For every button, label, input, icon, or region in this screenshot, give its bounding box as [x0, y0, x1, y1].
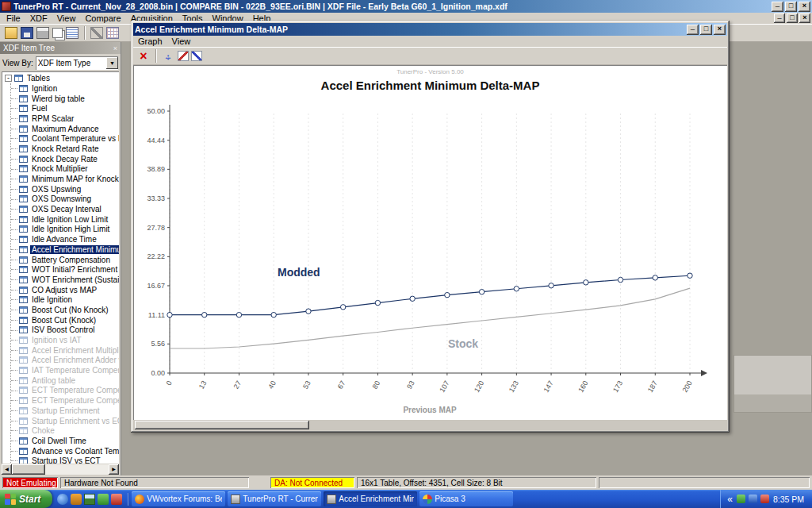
tree-item[interactable]: CO Adjust vs MAP — [11, 285, 119, 295]
tree-item[interactable]: Knock Decay Rate — [11, 154, 119, 164]
tree-item[interactable]: Idle Ignition — [11, 294, 119, 305]
tree-item[interactable]: RPM Scalar — [11, 114, 119, 124]
task-button[interactable]: VWvortex Forums: Best ... — [132, 491, 225, 506]
tree-horizontal-scrollbar[interactable] — [2, 464, 119, 475]
tree-item[interactable]: OXS Decay Interval — [11, 204, 119, 214]
mdi-close-button[interactable] — [799, 13, 810, 23]
tree-item[interactable]: Accel Enrichment Multiplier — [11, 345, 119, 356]
tree-item[interactable]: Ignition vs IAT — [11, 335, 119, 345]
app-green-icon[interactable] — [98, 494, 109, 505]
menu-item[interactable]: XDF — [25, 13, 52, 23]
chart-line-icon[interactable] — [178, 51, 189, 61]
tree-item[interactable]: Choke — [11, 425, 119, 436]
table-icon — [19, 356, 28, 364]
desktop-icon[interactable] — [84, 494, 95, 505]
tray-red-icon[interactable] — [760, 495, 769, 503]
graph-window-titlebar[interactable]: Accel Enrichment Minimum Delta-MAP — [133, 23, 727, 36]
tree-item[interactable]: Antilog table — [11, 375, 119, 386]
svg-text:93: 93 — [405, 379, 416, 391]
tray-chevron-icon[interactable] — [727, 494, 733, 505]
menu-item[interactable]: File — [2, 13, 25, 23]
tree-item[interactable]: Ignition — [11, 83, 119, 94]
tray-green-icon[interactable] — [737, 495, 745, 503]
copy-icon[interactable] — [52, 28, 63, 38]
move-icon[interactable] — [161, 49, 175, 63]
task-button[interactable]: Accel Enrichment Mini... — [324, 491, 417, 506]
tree-item[interactable]: Advance vs Coolant Temp — [11, 446, 119, 456]
tree-root[interactable]: Tables — [5, 73, 119, 83]
start-button[interactable]: Start — [0, 490, 52, 508]
tree-item[interactable]: Idle Advance Time — [11, 234, 119, 244]
tree-item[interactable]: OXS Downswing — [11, 194, 119, 205]
tree-item[interactable]: Accel Enrichment Adder vs — [11, 356, 119, 366]
graph-menu-item[interactable]: Graph — [133, 37, 167, 46]
scroll-right-icon[interactable] — [109, 464, 119, 475]
task-button[interactable]: TunerPro RT - Current_N... — [228, 491, 321, 506]
graph-minimize-button[interactable] — [687, 25, 699, 35]
graph-scrollbar-thumb[interactable] — [135, 421, 309, 429]
tree-item[interactable]: ISV Boost Control — [11, 325, 119, 336]
tree-item[interactable]: Idle Ignition High Limit — [11, 225, 119, 235]
mdi-restore-button[interactable] — [787, 13, 798, 23]
tree-item[interactable]: Boost Cut (Knock) — [11, 315, 119, 325]
tree-item[interactable]: Idle Ignition Low Limit — [11, 214, 119, 225]
tree-item[interactable]: Knock Retard Rate — [11, 144, 119, 154]
graph-horizontal-scrollbar[interactable] — [133, 420, 727, 430]
minimize-button[interactable] — [772, 2, 783, 12]
delta-map-chart[interactable]: TunerPro - Version 5.00Accel Enrichment … — [133, 65, 727, 420]
tools-icon[interactable] — [90, 27, 103, 39]
list-view-icon[interactable] — [66, 27, 79, 39]
tray-blue-icon[interactable] — [749, 495, 757, 503]
tree-item[interactable]: Maximum Advance — [11, 124, 119, 134]
close-red-icon[interactable] — [136, 49, 151, 63]
hardware-status: Hardware Not Found — [60, 477, 249, 488]
tree-item[interactable]: Coolant Temperature vs Id — [11, 133, 119, 144]
media-icon[interactable] — [71, 494, 82, 505]
hex-editor-icon[interactable] — [106, 27, 119, 39]
tree-item[interactable]: Startup ISV vs ECT — [11, 456, 119, 464]
view-by-select[interactable]: XDF Item Type — [36, 56, 118, 70]
scrollbar-thumb[interactable] — [12, 464, 45, 475]
chart-points-icon[interactable] — [191, 51, 202, 61]
tree-item[interactable]: Wierd big table — [11, 94, 119, 104]
separator-icon[interactable] — [155, 49, 156, 63]
graph-maximize-button[interactable] — [700, 25, 712, 35]
separator-icon[interactable] — [84, 26, 85, 40]
graph-close-button[interactable] — [714, 25, 726, 35]
tree-item[interactable]: Coil Dwell Time — [11, 436, 119, 446]
menu-item[interactable]: Compare — [80, 13, 125, 23]
app-red-icon[interactable] — [111, 494, 122, 505]
close-button[interactable] — [799, 2, 810, 12]
graph-menu-item[interactable]: View — [167, 37, 196, 46]
tree-item[interactable]: Battery Compensation — [11, 255, 119, 265]
tree-item[interactable]: ECT Temperature Compens — [11, 386, 119, 396]
svg-text:120: 120 — [473, 379, 485, 394]
scroll-left-icon[interactable] — [2, 464, 12, 475]
table-icon — [19, 246, 28, 253]
save-icon[interactable] — [21, 27, 33, 39]
panel-close-icon[interactable]: × — [113, 44, 117, 52]
tree-item[interactable]: Startup Enrichment — [11, 406, 119, 416]
task-label: Picasa 3 — [435, 495, 465, 503]
tree-item[interactable]: Startup Enrichment vs ECT — [11, 416, 119, 426]
tree-item[interactable]: WOT Enrichment (Sustaine — [11, 275, 119, 285]
tree-item[interactable]: Knock Multiplier — [11, 164, 119, 175]
tree-item[interactable]: Fuel — [11, 103, 119, 114]
tree-item[interactable]: Accel Enrichment Minimum — [11, 244, 119, 255]
tree-item[interactable]: Minimum MAP for Knock Ret — [11, 174, 119, 184]
menu-item[interactable]: View — [52, 13, 81, 23]
open-file-icon[interactable] — [5, 27, 17, 39]
maximize-button[interactable] — [785, 2, 797, 12]
print-icon[interactable] — [36, 27, 49, 39]
ie-icon[interactable] — [57, 494, 68, 505]
collapse-icon[interactable] — [5, 75, 12, 82]
task-button[interactable]: Picasa 3 — [419, 491, 513, 506]
tree-item[interactable]: WOT Initial? Enrichment — [11, 264, 119, 275]
tree-item[interactable]: OXS Upswing — [11, 184, 119, 194]
table-icon — [19, 427, 28, 434]
tree-item[interactable]: Boost Cut (No Knock) — [11, 305, 119, 315]
tree-item[interactable]: ECT Temperature Compens — [11, 395, 119, 406]
tree-item[interactable]: IAT Temperature Compens — [11, 365, 119, 375]
mdi-minimize-button[interactable] — [774, 13, 785, 23]
chevron-down-icon[interactable] — [106, 57, 118, 69]
